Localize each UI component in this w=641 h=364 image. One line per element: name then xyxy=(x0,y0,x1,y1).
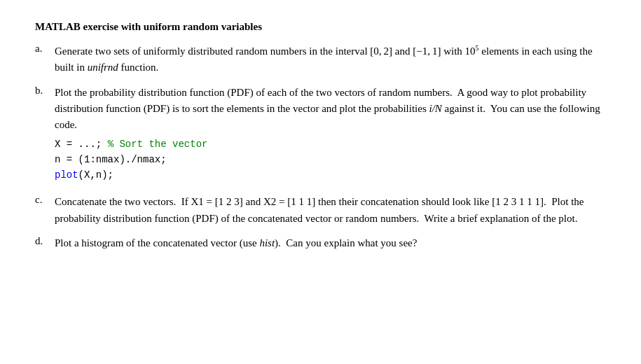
section-label-d: d. xyxy=(35,235,55,247)
page: MATLAB exercise with uniform random vari… xyxy=(0,0,641,364)
section-d: d. Plot a histogram of the concatenated … xyxy=(35,235,606,251)
section-a: a. Generate two sets of uniformly distri… xyxy=(35,43,606,76)
section-content-b: Plot the probability distribution functi… xyxy=(55,85,606,186)
code-block-b: X = ...; % Sort the vector n = (1:nmax).… xyxy=(55,137,606,183)
section-label-a: a. xyxy=(35,43,55,55)
section-content-c: Concatenate the two vectors. If X1 = [1 … xyxy=(55,194,606,227)
section-b: b. Plot the probability distribution fun… xyxy=(35,85,606,186)
section-label-b: b. xyxy=(35,85,55,97)
section-c: c. Concatenate the two vectors. If X1 = … xyxy=(35,194,606,227)
section-content-a: Generate two sets of uniformly distribut… xyxy=(55,43,606,76)
section-content-d: Plot a histogram of the concatenated vec… xyxy=(55,235,606,251)
section-label-c: c. xyxy=(35,194,55,206)
page-title: MATLAB exercise with uniform random vari… xyxy=(35,21,606,33)
